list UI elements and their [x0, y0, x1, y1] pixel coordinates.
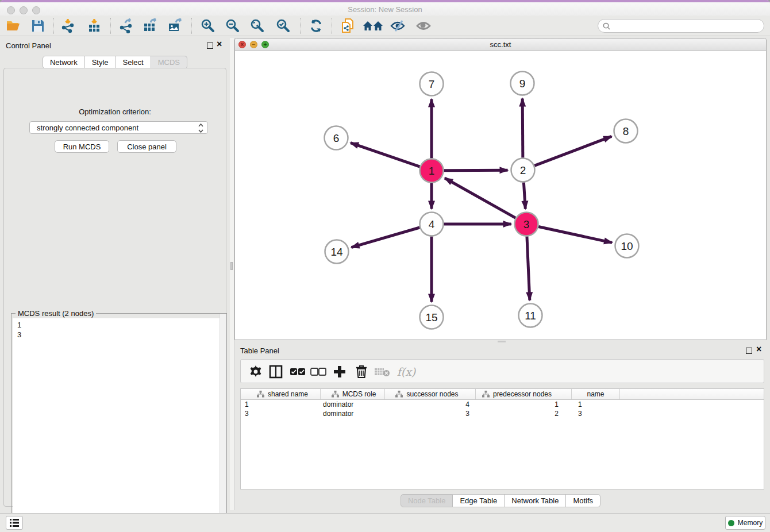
mcds-tab-content: Optimization criterion: strongly connect…: [3, 68, 226, 507]
graph-edge-3-1[interactable]: [445, 178, 515, 218]
svg-text:10: 10: [621, 240, 633, 252]
close-panel-button[interactable]: Close panel: [117, 140, 176, 153]
save-session-icon[interactable]: [29, 17, 47, 35]
zoom-selected-icon[interactable]: [274, 17, 292, 35]
table-row[interactable]: 3 dominator 3 2 3: [241, 409, 764, 418]
run-mcds-button[interactable]: Run MCDS: [55, 140, 109, 153]
graph-node-6[interactable]: 6: [325, 126, 348, 150]
splitter-grip[interactable]: [498, 341, 506, 342]
result-scrollbar[interactable]: [220, 314, 226, 529]
titlebar[interactable]: Session: New Session: [0, 2, 770, 16]
column-header[interactable]: successor nodes: [385, 389, 476, 399]
graph-edge-3-10[interactable]: [538, 227, 612, 243]
svg-text:6: 6: [333, 132, 340, 144]
graph-edge-2-9[interactable]: [522, 98, 523, 157]
export-table-icon[interactable]: [141, 17, 160, 35]
graph-node-14[interactable]: 14: [325, 240, 349, 264]
close-panel-icon[interactable]: ×: [217, 40, 222, 49]
table-tabs: Node Table Edge Table Network Table Moti…: [234, 494, 767, 507]
list-icon: [10, 519, 19, 527]
svg-text:3: 3: [523, 218, 530, 230]
select-all-icon[interactable]: [288, 363, 307, 381]
splitter-grip[interactable]: [230, 262, 233, 270]
tab-network-table[interactable]: Network Table: [505, 494, 566, 507]
svg-text:14: 14: [330, 246, 343, 258]
graph-node-2[interactable]: 2: [511, 159, 535, 182]
tab-node-table[interactable]: Node Table: [401, 494, 453, 507]
window-title: Session: New Session: [0, 5, 770, 14]
app-window: Session: New Session: [0, 0, 770, 532]
graph-node-15[interactable]: 15: [420, 306, 444, 329]
memory-status-icon: [728, 520, 734, 526]
search-field[interactable]: [598, 19, 764, 33]
graph-node-10[interactable]: 10: [615, 234, 639, 258]
float-panel-icon[interactable]: [207, 43, 213, 49]
graph-edge-1-2[interactable]: [444, 170, 507, 171]
float-panel-icon[interactable]: [746, 348, 752, 354]
import-table-icon[interactable]: [85, 17, 103, 35]
memory-button[interactable]: Memory: [725, 516, 765, 530]
tab-mcds[interactable]: MCDS: [151, 56, 187, 69]
zoom-fit-icon[interactable]: [248, 17, 267, 35]
graph-node-4[interactable]: 4: [420, 213, 444, 236]
graph-edge-2-3[interactable]: [523, 182, 525, 209]
task-history-button[interactable]: [6, 516, 23, 530]
add-icon[interactable]: [330, 363, 349, 381]
gear-icon[interactable]: [247, 363, 265, 381]
column-header[interactable]: name: [572, 389, 620, 399]
delete-icon[interactable]: [352, 363, 371, 381]
export-network-icon[interactable]: [117, 17, 136, 35]
svg-text:15: 15: [425, 311, 437, 323]
tab-style[interactable]: Style: [85, 56, 116, 69]
column-header[interactable]: shared name: [241, 389, 321, 399]
graph-edge-1-6[interactable]: [351, 143, 420, 167]
graph-edge-2-8[interactable]: [534, 136, 611, 165]
svg-text:1: 1: [429, 165, 435, 177]
column-header[interactable]: predecessor nodes: [476, 389, 572, 399]
open-session-icon[interactable]: [5, 17, 23, 35]
graph-node-11[interactable]: 11: [519, 304, 542, 327]
close-panel-icon[interactable]: ×: [756, 345, 761, 354]
graph-node-3[interactable]: 3: [515, 213, 538, 236]
optimization-criterion-select[interactable]: strongly connected component: [29, 121, 208, 134]
network-from-selection-icon[interactable]: [338, 17, 357, 35]
refresh-layout-icon[interactable]: [307, 17, 325, 35]
tab-motifs[interactable]: Motifs: [566, 494, 600, 507]
network-window-titlebar[interactable]: × − + scc.txt: [235, 38, 766, 51]
optimization-criterion-value: strongly connected component: [37, 124, 138, 132]
vertical-splitter[interactable]: [230, 38, 234, 510]
graph-node-9[interactable]: 9: [511, 72, 534, 95]
column-header[interactable]: MCDS role: [321, 389, 385, 399]
network-graph[interactable]: 1234678910111415: [235, 51, 766, 340]
graph-edge-3-11[interactable]: [527, 236, 530, 300]
mcds-result-title: MCDS result (2 nodes): [16, 309, 96, 318]
svg-text:2: 2: [520, 164, 526, 176]
zoom-in-icon[interactable]: [199, 17, 217, 35]
graph-node-8[interactable]: 8: [614, 119, 638, 143]
tab-network[interactable]: Network: [43, 56, 85, 69]
table-toolbar: f(x): [240, 359, 764, 383]
network-canvas[interactable]: 1234678910111415: [235, 51, 766, 340]
svg-text:8: 8: [623, 125, 629, 137]
control-panel-tabs: Network Style Select MCDS: [0, 56, 230, 69]
tab-edge-table[interactable]: Edge Table: [453, 494, 505, 507]
import-network-icon[interactable]: [59, 17, 77, 35]
graph-node-7[interactable]: 7: [420, 72, 444, 96]
graph-node-1[interactable]: 1: [420, 159, 444, 183]
mcds-result-text[interactable]: 1 3: [13, 318, 226, 529]
svg-text:11: 11: [525, 310, 536, 322]
graph-edge-4-14[interactable]: [351, 228, 419, 248]
search-input[interactable]: [613, 21, 764, 30]
tab-select[interactable]: Select: [116, 56, 151, 69]
node-table[interactable]: shared name MCDS role successor nodes pr…: [240, 388, 764, 489]
zoom-out-icon[interactable]: [224, 17, 242, 35]
first-neighbors-icon[interactable]: [362, 17, 384, 35]
column-layout-icon[interactable]: [267, 363, 285, 381]
deselect-all-icon[interactable]: [309, 363, 328, 381]
function-icon[interactable]: f(x): [394, 363, 419, 381]
show-graphics-details-icon[interactable]: [414, 17, 433, 35]
delete-table-icon[interactable]: [373, 363, 391, 381]
hide-graphics-details-icon[interactable]: [388, 17, 407, 35]
export-image-icon[interactable]: [166, 17, 184, 35]
table-row[interactable]: 1 dominator 4 1 1: [241, 400, 764, 409]
